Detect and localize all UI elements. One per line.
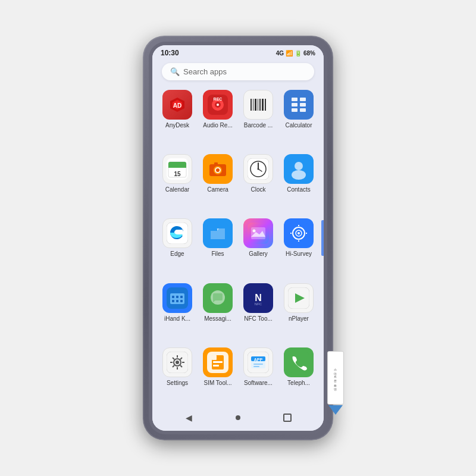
app-icon-clock	[243, 154, 273, 184]
svg-point-38	[258, 168, 259, 170]
app-grid: AD AnyDesk REC	[152, 84, 324, 406]
app-icon-simtool	[203, 347, 233, 377]
app-label-nplayer: nPlayer	[289, 315, 309, 322]
svg-rect-62	[180, 296, 183, 298]
app-label-messaging: Messagi...	[204, 315, 231, 322]
app-icon-contacts	[284, 154, 314, 184]
app-label-files: Files	[211, 250, 224, 258]
app-item-camera[interactable]: Camera	[198, 151, 238, 212]
svg-text:AD: AD	[173, 102, 181, 109]
app-icon-software: APP	[243, 347, 273, 377]
app-item-calendar[interactable]: 15 Calendar	[157, 151, 198, 212]
app-icon-edge	[162, 218, 192, 248]
svg-rect-98	[253, 366, 259, 367]
app-item-barcode[interactable]: Barcode ...	[238, 86, 278, 148]
svg-rect-92	[213, 365, 219, 367]
sticker-tag: 스마트폰 화면	[327, 351, 344, 405]
nav-home-button[interactable]	[230, 409, 246, 426]
app-item-ihand[interactable]: iHand K...	[157, 280, 198, 342]
app-label-clock: Clock	[250, 186, 265, 193]
app-icon-messaging	[203, 283, 233, 313]
status-time: 10:30	[161, 49, 179, 57]
app-label-edge: Edge	[170, 250, 184, 258]
svg-point-53	[298, 232, 300, 234]
app-item-anydesk[interactable]: AD AnyDesk	[157, 86, 198, 148]
nav-back-button[interactable]: ◀	[180, 409, 197, 426]
svg-point-6	[217, 104, 219, 106]
app-label-ihand: iHand K...	[164, 315, 190, 322]
app-item-gallery[interactable]: Gallery	[238, 215, 278, 277]
svg-rect-60	[172, 296, 174, 298]
app-label-anydesk: AnyDesk	[165, 122, 189, 129]
nav-bar: ◀	[152, 406, 324, 431]
app-icon-hisurvey	[284, 218, 314, 248]
app-icon-anydesk: AD	[162, 90, 192, 120]
app-label-simtool: SIM Tool...	[203, 380, 231, 387]
nav-recent-button[interactable]	[279, 409, 296, 426]
app-item-settings[interactable]: Settings	[157, 344, 198, 406]
app-label-barcode: Barcode ...	[244, 122, 273, 129]
app-item-calculator[interactable]: Calculator	[278, 86, 319, 148]
svg-point-49	[253, 230, 256, 233]
signal-icon: 📶	[286, 50, 293, 57]
app-item-files[interactable]: Files	[198, 215, 238, 277]
app-label-nfc: NFC Too...	[244, 315, 273, 322]
app-icon-barcode	[243, 90, 273, 120]
app-item-telephone[interactable]: Teleph...	[278, 344, 319, 406]
svg-rect-9	[250, 99, 252, 111]
svg-point-41	[292, 170, 306, 180]
app-item-messaging[interactable]: Messagi...	[198, 280, 238, 342]
svg-rect-90	[212, 355, 217, 360]
app-label-settings: Settings	[167, 380, 188, 387]
svg-rect-15	[265, 99, 266, 111]
svg-rect-21	[292, 108, 298, 112]
app-item-contacts[interactable]: Contacts	[278, 151, 319, 212]
svg-rect-33	[214, 162, 218, 165]
battery-icon: 🔋	[295, 50, 302, 57]
app-icon-audiore: REC	[203, 90, 233, 120]
svg-rect-18	[300, 98, 306, 101]
app-label-camera: Camera	[207, 186, 228, 193]
svg-text:NFC: NFC	[255, 302, 262, 306]
svg-rect-19	[292, 103, 298, 107]
app-icon-calendar: 15	[162, 154, 192, 184]
status-bar: 10:30 4G 📶 🔋 68%	[152, 45, 324, 58]
svg-rect-10	[253, 99, 253, 111]
app-label-contacts: Contacts	[287, 186, 310, 193]
app-item-simtool[interactable]: SIM Tool...	[198, 344, 238, 406]
svg-text:N: N	[255, 293, 262, 303]
app-icon-calculator	[284, 90, 314, 120]
svg-rect-97	[253, 364, 263, 365]
app-label-gallery: Gallery	[249, 250, 268, 258]
app-label-audiore: Audio Re...	[203, 122, 232, 129]
app-icon-nfc: N NFC	[243, 283, 273, 313]
status-icons: 4G 📶 🔋 68%	[276, 50, 315, 57]
svg-rect-65	[180, 300, 183, 302]
app-item-nfc[interactable]: N NFC NFC Too...	[238, 280, 278, 342]
search-bar[interactable]: 🔍 Search apps	[162, 63, 314, 80]
phone-inner: 10:30 4G 📶 🔋 68% 🔍 Search apps	[149, 42, 327, 434]
svg-rect-14	[262, 99, 264, 111]
svg-rect-13	[259, 99, 261, 111]
scroll-indicator	[321, 220, 324, 256]
app-icon-nplayer	[284, 283, 314, 313]
svg-rect-64	[176, 300, 178, 302]
app-item-hisurvey[interactable]: Hi-Survey	[278, 215, 319, 277]
app-label-software: Software...	[244, 380, 273, 387]
svg-rect-42	[167, 223, 188, 244]
app-label-hisurvey: Hi-Survey	[286, 250, 312, 258]
app-item-audiore[interactable]: REC Audio Re...	[198, 86, 238, 148]
svg-text:APP: APP	[254, 358, 263, 362]
svg-rect-91	[213, 361, 223, 363]
svg-rect-63	[172, 300, 174, 302]
svg-rect-16	[288, 94, 309, 115]
svg-text:REC: REC	[214, 97, 223, 101]
app-item-nplayer[interactable]: nPlayer	[278, 280, 319, 342]
app-item-clock[interactable]: Clock	[238, 151, 278, 212]
battery-percent: 68%	[303, 50, 315, 57]
app-item-edge[interactable]: Edge	[157, 215, 198, 277]
svg-rect-59	[170, 293, 184, 304]
svg-rect-12	[258, 99, 258, 111]
app-item-software[interactable]: APP Software...	[238, 344, 278, 406]
svg-rect-20	[300, 103, 306, 107]
